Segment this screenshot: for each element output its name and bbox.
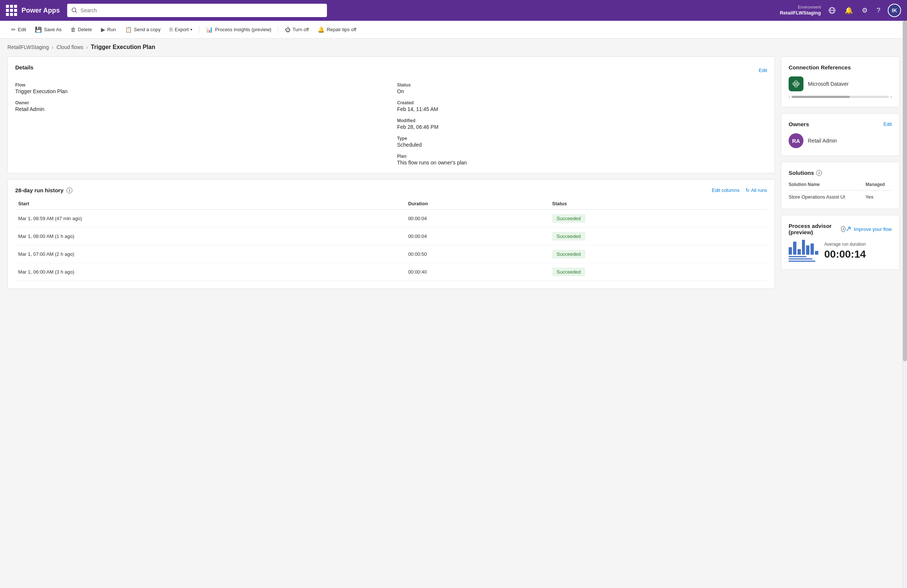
modified-value: Feb 28, 06:46 PM: [397, 124, 767, 130]
run-start: Mar 1, 07:00 AM (2 h ago): [15, 245, 405, 263]
svg-line-1: [75, 11, 77, 13]
run-history-card: 28-day run history i Edit columns ↻ All …: [7, 179, 775, 289]
owner-avatar: RA: [788, 133, 803, 148]
col-start: Start: [15, 198, 405, 210]
created-label: Created: [397, 100, 767, 106]
table-row[interactable]: Mar 1, 08:59 AM (47 min ago) 00:00:04 Su…: [15, 210, 767, 228]
owners-edit-link[interactable]: Edit: [884, 122, 892, 127]
run-history-header: 28-day run history i Edit columns ↻ All …: [15, 187, 767, 194]
col-duration: Duration: [405, 198, 549, 210]
connection-name: Microsoft Dataver: [808, 81, 849, 87]
repair-tips-button[interactable]: 🔔 Repair tips off: [314, 24, 360, 35]
page-scrollbar[interactable]: [902, 21, 907, 585]
process-advisor-chart: [788, 240, 818, 262]
run-button[interactable]: ▶ Run: [97, 24, 120, 35]
run-history-header-row: Start Duration Status: [15, 198, 767, 210]
export-icon: ⎘: [170, 26, 173, 33]
search-input[interactable]: [80, 7, 323, 13]
type-value: Scheduled: [397, 142, 767, 148]
page-scrollbar-thumb: [903, 21, 907, 361]
status-label: Status: [397, 82, 767, 88]
col-managed: Managed: [865, 182, 892, 191]
turn-off-button[interactable]: ⏻ Turn off: [281, 24, 312, 35]
details-card: Details Edit Flow Trigger Execution Plan…: [7, 56, 775, 173]
details-title: Details: [15, 64, 34, 70]
run-duration: 00:00:50: [405, 245, 549, 263]
delete-button[interactable]: 🗑 Delete: [67, 24, 96, 35]
owner-item: RA Retail Admin: [788, 133, 892, 148]
help-question-icon[interactable]: ?: [875, 5, 882, 16]
run-history-info-icon[interactable]: i: [66, 187, 72, 194]
app-grid-icon[interactable]: [6, 5, 17, 16]
solutions-info-icon[interactable]: i: [816, 170, 822, 176]
owner-value: Retail Admin: [15, 106, 385, 112]
save-as-icon: 💾: [35, 26, 42, 33]
breadcrumb-cloud-flows[interactable]: Cloud flows: [56, 44, 83, 50]
breadcrumb: RetailFLWStaging › Cloud flows › Trigger…: [0, 38, 907, 53]
detail-created: Created Feb 14, 11:45 AM: [397, 100, 767, 112]
plan-value: This flow runs on owner's plan: [397, 160, 767, 165]
chart-bar: [806, 245, 809, 255]
plan-label: Plan: [397, 154, 767, 159]
details-edit-link[interactable]: Edit: [759, 67, 767, 73]
export-button[interactable]: ⎘ Export ▾: [166, 24, 196, 35]
export-chevron-icon: ▾: [191, 27, 192, 32]
solutions-title: Solutions: [788, 170, 814, 176]
notification-bell-icon[interactable]: 🔔: [843, 5, 854, 16]
environment-icon-btn[interactable]: [827, 5, 837, 16]
run-start: Mar 1, 08:59 AM (47 min ago): [15, 210, 405, 228]
all-runs-refresh-icon: ↻: [745, 187, 750, 193]
scroll-right-icon[interactable]: ›: [890, 94, 892, 99]
chart-bars: [788, 240, 818, 255]
process-advisor-info-icon[interactable]: i: [841, 226, 845, 232]
connection-references-card: Connection References Microsoft Dataver …: [781, 56, 900, 107]
solutions-title-container: Solutions i: [788, 170, 822, 176]
run-duration: 00:00:04: [405, 228, 549, 245]
owners-card: Owners Edit RA Retail Admin: [781, 113, 900, 156]
solutions-card-header: Solutions i: [788, 170, 892, 176]
solutions-tbody: Store Operations Assist UI Yes: [788, 191, 892, 202]
connection-scrollbar-thumb: [792, 96, 850, 98]
chart-bar: [798, 249, 801, 255]
scroll-left-icon[interactable]: ‹: [788, 94, 790, 99]
col-solution-name: Solution Name: [788, 182, 865, 191]
breadcrumb-environment[interactable]: RetailFLWStaging: [7, 44, 49, 50]
connection-references-title: Connection References: [788, 64, 892, 70]
solutions-thead: Solution Name Managed: [788, 182, 892, 191]
edit-columns-link[interactable]: Edit columns: [712, 187, 739, 193]
chart-bar: [811, 244, 814, 255]
solution-managed: Yes: [865, 191, 892, 202]
improve-flow-button[interactable]: Improve your flow: [845, 226, 892, 232]
detail-owner: Owner Retail Admin: [15, 100, 385, 112]
process-advisor-title: Process advisor (preview) i: [788, 223, 845, 236]
delete-icon: 🗑: [71, 26, 76, 33]
edit-button[interactable]: ✏ Edit: [7, 24, 30, 35]
svg-point-0: [72, 8, 76, 12]
toolbar-separator-2: [278, 26, 278, 34]
avg-label: Average run duration: [824, 242, 866, 247]
detail-modified: Modified Feb 28, 06:46 PM: [397, 118, 767, 130]
solutions-header-row: Solution Name Managed: [788, 182, 892, 191]
settings-gear-icon[interactable]: ⚙: [860, 5, 869, 16]
user-avatar[interactable]: IK: [888, 4, 901, 17]
process-insights-button[interactable]: 📊 Process insights (preview): [202, 24, 275, 35]
solution-name: Store Operations Assist UI: [788, 191, 865, 202]
connection-scrollbar[interactable]: [792, 96, 889, 98]
type-label: Type: [397, 136, 767, 141]
repair-tips-icon: 🔔: [318, 26, 325, 33]
flow-value: Trigger Execution Plan: [15, 88, 385, 94]
table-row[interactable]: Store Operations Assist UI Yes: [788, 191, 892, 202]
all-runs-link[interactable]: ↻ All runs: [745, 187, 767, 193]
run-history-table: Start Duration Status Mar 1, 08:59 AM (4…: [15, 198, 767, 281]
run-status: Succeeded: [549, 263, 767, 281]
send-copy-button[interactable]: 📋 Send a copy: [121, 24, 164, 35]
search-box[interactable]: [67, 4, 327, 17]
process-advisor-content: Average run duration 00:00:14: [788, 240, 892, 262]
right-panel: Connection References Microsoft Dataver …: [781, 56, 900, 578]
chart-line: [788, 256, 806, 257]
table-row[interactable]: Mar 1, 07:00 AM (2 h ago) 00:00:50 Succe…: [15, 245, 767, 263]
save-as-button[interactable]: 💾 Save As: [31, 24, 65, 35]
table-row[interactable]: Mar 1, 06:00 AM (3 h ago) 00:00:40 Succe…: [15, 263, 767, 281]
table-row[interactable]: Mar 1, 08:00 AM (1 h ago) 00:00:04 Succe…: [15, 228, 767, 245]
detail-spacer: [15, 118, 385, 130]
